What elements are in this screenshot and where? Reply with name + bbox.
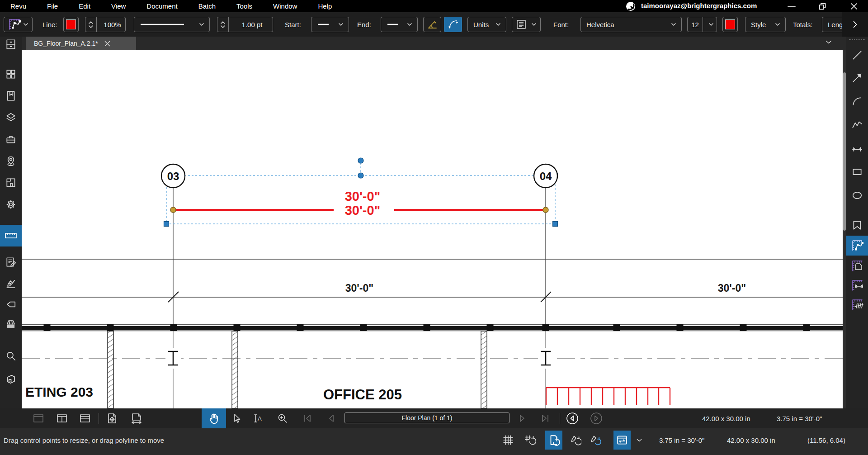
sync-views-toggle[interactable]	[613, 431, 631, 450]
opacity-spinner[interactable]	[85, 17, 97, 32]
snap-to-content-toggle[interactable]	[545, 431, 562, 450]
corner-handle[interactable]	[553, 222, 558, 227]
tool-arrow[interactable]	[850, 71, 864, 85]
fit-page-button[interactable]	[102, 408, 122, 428]
menu-document[interactable]: Document	[136, 2, 188, 10]
select-text-button[interactable]: A	[248, 408, 268, 428]
next-page-button[interactable]	[514, 408, 532, 428]
font-size-dropdown[interactable]: 12	[687, 17, 717, 32]
previous-page-button[interactable]	[322, 408, 340, 428]
sidebar-item-thumbnails[interactable]	[4, 67, 18, 81]
sidebar-item-toolchest[interactable]	[4, 132, 18, 147]
single-pane-button[interactable]	[28, 408, 48, 428]
curve-tool-button[interactable]	[444, 17, 462, 32]
menu-batch[interactable]: Batch	[188, 2, 226, 10]
tool-arc[interactable]	[850, 94, 864, 109]
opacity-field[interactable]: 100%	[85, 17, 126, 32]
account-email[interactable]: taimoorayaz@brightergraphics.com	[641, 2, 757, 9]
end-cap-dropdown[interactable]	[381, 17, 418, 32]
protractor-button[interactable]	[423, 17, 441, 32]
sidebar-item-markup-summary[interactable]	[4, 255, 18, 270]
sidebar-item-layers[interactable]	[4, 110, 18, 125]
sidebar-item-measure[interactable]	[4, 228, 18, 243]
zoom-tool-button[interactable]	[273, 408, 292, 428]
tool-ellipse[interactable]	[850, 188, 864, 203]
grid-toggle[interactable]	[500, 431, 517, 450]
rotation-handle[interactable]	[358, 158, 363, 163]
tool-line[interactable]	[850, 48, 864, 62]
pan-tool-button[interactable]	[202, 408, 226, 428]
previous-view-button[interactable]	[563, 408, 581, 428]
tool-dimension[interactable]	[850, 141, 864, 156]
endpoint-handle[interactable]	[543, 207, 548, 213]
measure-area-icon	[851, 260, 863, 272]
endpoint-handle[interactable]	[170, 207, 176, 213]
corner-handle[interactable]	[164, 222, 169, 227]
close-button[interactable]	[844, 0, 864, 12]
tool-preview-button[interactable]	[4, 17, 33, 32]
dimension-text-2: 30'-0"	[718, 282, 746, 294]
tab-close-icon[interactable]	[104, 41, 110, 47]
sidebar-item-places[interactable]	[4, 154, 18, 168]
first-page-button[interactable]	[298, 408, 316, 428]
page-field[interactable]: Floor Plan (1 of 1)	[344, 412, 509, 423]
selected-measurement[interactable]: 30'-0" 30'-0"	[164, 158, 558, 227]
sidebar-item-properties[interactable]	[4, 197, 18, 212]
vertical-scrollbar[interactable]	[843, 50, 846, 408]
sync-options-chevron[interactable]	[633, 431, 646, 450]
line-color-button[interactable]	[63, 17, 79, 32]
sidebar-item-search[interactable]	[4, 349, 18, 363]
snap-to-markup-toggle[interactable]	[567, 431, 584, 450]
status-scale: 3.75 in = 30'-0"	[659, 428, 704, 452]
sidebar-item-studio[interactable]	[4, 372, 18, 386]
last-page-button[interactable]	[536, 408, 554, 428]
tool-measure-length[interactable]	[850, 278, 864, 293]
menu-window[interactable]: Window	[263, 2, 307, 10]
toolbar-grip[interactable]	[849, 39, 865, 40]
sidebar-item-sets[interactable]	[4, 316, 18, 331]
tool-count[interactable]	[850, 298, 864, 312]
red-comb-markup[interactable]	[546, 388, 670, 405]
font-dropdown[interactable]: Helvetica	[580, 17, 682, 32]
split-vertical-button[interactable]	[52, 408, 72, 428]
reuse-markup-toggle[interactable]	[587, 431, 604, 450]
menu-revu[interactable]: Revu	[0, 2, 37, 10]
tab-list-chevron-icon[interactable]	[826, 40, 832, 44]
menu-tools[interactable]: Tools	[226, 2, 263, 10]
style-dropdown[interactable]: Style	[745, 17, 786, 32]
tool-polygon[interactable]	[850, 218, 864, 232]
units-dropdown[interactable]: Units	[467, 17, 506, 32]
split-horizontal-button[interactable]	[75, 408, 95, 428]
tool-measure-polylength[interactable]	[850, 238, 864, 253]
sidebar-item-spaces[interactable]	[4, 175, 18, 190]
start-cap-dropdown[interactable]	[311, 17, 349, 32]
scrollbar-thumb[interactable]	[843, 72, 846, 231]
tool-measure-area[interactable]	[850, 259, 864, 273]
caption-align-dropdown[interactable]	[512, 17, 541, 32]
menu-help[interactable]: Help	[307, 2, 342, 10]
document-tab[interactable]: BG_Floor_Plan_A.2.1*	[26, 37, 136, 50]
sidebar-item-links[interactable]	[4, 297, 18, 312]
next-view-button[interactable]	[587, 408, 605, 428]
line-width-field[interactable]: 1.00 pt	[217, 17, 273, 32]
line-width-spinner[interactable]	[217, 17, 229, 32]
menu-view[interactable]: View	[101, 2, 136, 10]
text-color-button[interactable]	[722, 17, 738, 32]
restore-button[interactable]	[812, 0, 833, 12]
sidebar-item-bookmarks[interactable]	[4, 89, 18, 103]
document-canvas[interactable]: 30'-0" 30'-0"	[22, 50, 843, 408]
menu-bar: Revu File Edit View Document Batch Tools…	[0, 0, 868, 12]
fit-width-button[interactable]	[127, 408, 146, 428]
tool-rectangle[interactable]	[850, 165, 864, 179]
top-center-handle[interactable]	[358, 173, 363, 178]
sidebar-item-file-access[interactable]	[4, 37, 18, 52]
line-style-dropdown[interactable]	[134, 17, 210, 32]
tool-polyline[interactable]	[850, 118, 864, 133]
menu-edit[interactable]: Edit	[68, 2, 101, 10]
select-tool-button[interactable]	[226, 408, 246, 428]
toolbar-overflow-button[interactable]	[842, 12, 868, 37]
snap-to-grid-toggle[interactable]	[521, 431, 538, 450]
minimize-button[interactable]	[781, 0, 802, 12]
sidebar-item-signatures[interactable]	[4, 277, 18, 291]
menu-file[interactable]: File	[37, 2, 68, 10]
